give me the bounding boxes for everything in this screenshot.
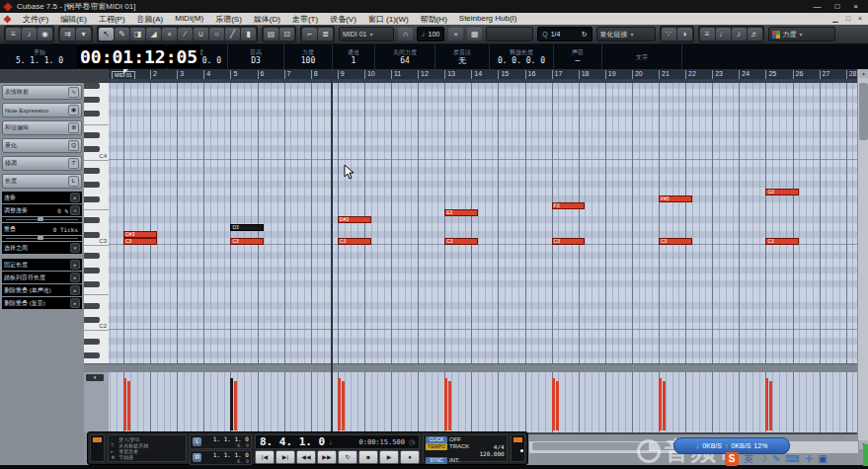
transport-status-row[interactable]: 120.000 bbox=[426, 450, 505, 457]
row-action-button[interactable]: ▸ bbox=[70, 260, 80, 270]
playhead-cursor[interactable] bbox=[331, 69, 333, 432]
stop-button[interactable]: ■ bbox=[358, 450, 378, 464]
info-field[interactable]: 关闭力度64 bbox=[375, 44, 435, 69]
position-time[interactable]: 0:00:15.500 bbox=[359, 438, 405, 446]
lang-mode-icon[interactable]: 英 bbox=[744, 451, 753, 466]
velocity-bar[interactable] bbox=[127, 381, 130, 430]
info-field[interactable]: 开始5. 1. 1. 0 bbox=[0, 44, 80, 69]
piano-key[interactable] bbox=[84, 160, 109, 167]
quantize-refresh-icon[interactable]: ↻ bbox=[582, 31, 588, 39]
midi-note-c3[interactable]: C3 bbox=[444, 238, 478, 245]
midi-input-button[interactable]: ▦ bbox=[467, 28, 482, 40]
line-tool-button[interactable]: ╱ bbox=[225, 28, 240, 40]
midi-note-c3[interactable]: C3 bbox=[765, 238, 799, 245]
part-borders-button[interactable]: ⌐ bbox=[302, 28, 317, 40]
slider-knob[interactable] bbox=[38, 217, 43, 221]
midi-note-c3[interactable]: C3 bbox=[552, 238, 586, 245]
swing-button[interactable]: ◑ bbox=[677, 28, 692, 40]
mute-tool-button[interactable]: × bbox=[162, 28, 177, 40]
right-locator[interactable]: R1. 1. 1. 00. 0 bbox=[190, 450, 252, 465]
left-locator[interactable]: L1. 1. 1. 00. 0 bbox=[190, 434, 252, 449]
inspector-row[interactable]: 调整连奏0 %+ bbox=[2, 204, 82, 216]
cycle-button[interactable]: ↻ bbox=[338, 450, 357, 464]
info-field[interactable]: 声音– bbox=[554, 44, 602, 69]
edited-part-selector[interactable]: MIDI 01▾ bbox=[339, 27, 394, 41]
transport-menu-row[interactable]: ✱节拍器 bbox=[111, 454, 184, 460]
vertical-scrollbar[interactable]: ▴ ▾ bbox=[857, 69, 868, 449]
menu-item[interactable]: 文件(F) bbox=[17, 14, 54, 25]
inspector-row[interactable]: 删除重叠 (单声道)▸ bbox=[2, 284, 82, 296]
velocity-bar[interactable] bbox=[444, 378, 447, 430]
midi-note-c3[interactable]: C3 bbox=[338, 238, 371, 245]
menu-item[interactable]: 窗口 (1)(W) bbox=[362, 14, 415, 25]
menu-item[interactable]: 帮助(H) bbox=[415, 14, 453, 25]
quantize-preset-field[interactable]: Q1/4↻ bbox=[537, 27, 592, 41]
note-eighth-button[interactable]: ♪ bbox=[732, 28, 747, 40]
piano-key[interactable] bbox=[84, 189, 109, 195]
transport-position-display[interactable]: 8. 4. 1. 0 ♩ 0:00:15.500 ◷ bbox=[255, 434, 420, 449]
show-info-button[interactable]: ◉ bbox=[38, 28, 52, 40]
score-display-button[interactable]: ▤ bbox=[264, 28, 278, 40]
mdi-minimize-button[interactable]: ▁ bbox=[832, 15, 837, 23]
goto-previous-marker-button[interactable]: |◀ bbox=[255, 450, 275, 464]
velocity-bar[interactable] bbox=[234, 381, 237, 430]
slider-knob[interactable] bbox=[38, 236, 43, 240]
menu-item[interactable]: 走带(T) bbox=[286, 14, 324, 25]
info-field[interactable]: 释放长度0. 0. 0. 0 bbox=[490, 44, 554, 69]
independent-loop-button[interactable]: ∩ bbox=[398, 28, 413, 40]
info-field[interactable]: 通道1 bbox=[333, 44, 375, 69]
row-action-button[interactable]: ▸ bbox=[70, 193, 80, 202]
midi-note-f3[interactable]: F3 bbox=[552, 202, 586, 209]
velocity-bar[interactable] bbox=[556, 381, 559, 430]
inspector-tab--[interactable]: 移调T bbox=[2, 156, 82, 171]
piano-key[interactable] bbox=[84, 181, 109, 188]
split-tool-button[interactable]: ∕ bbox=[178, 28, 193, 40]
piano-key[interactable] bbox=[84, 316, 109, 323]
play-tool-button[interactable]: ▮ bbox=[241, 28, 256, 40]
controller-lane-header[interactable]: ▾ bbox=[84, 372, 110, 432]
piano-key[interactable] bbox=[84, 345, 109, 352]
info-field[interactable]: 音高D3 bbox=[228, 44, 284, 69]
erase-tool-button[interactable]: ◨ bbox=[130, 28, 145, 40]
info-field[interactable]: 文字 bbox=[602, 44, 682, 69]
piano-key[interactable] bbox=[84, 274, 109, 280]
piano-key[interactable] bbox=[84, 145, 109, 152]
inspector-row[interactable]: 固定长度▸ bbox=[2, 259, 82, 271]
insert-velocity-field[interactable]: ♪100 bbox=[417, 27, 444, 41]
inspector-row[interactable]: 选择之间▾ bbox=[2, 242, 82, 254]
midi-note-fs3[interactable]: F#3 bbox=[659, 195, 692, 202]
midi-note-d3[interactable]: D3 bbox=[230, 224, 264, 231]
velocity-bar[interactable] bbox=[659, 378, 662, 430]
transport-status-row[interactable]: TEMPOTRACK4/4 bbox=[426, 443, 505, 450]
inspector-tab--[interactable]: 量化Q bbox=[2, 138, 82, 153]
inspector-tab-note-expression[interactable]: Note Expression◉ bbox=[2, 103, 82, 117]
row-action-button[interactable]: ▸ bbox=[70, 285, 80, 295]
piano-key[interactable] bbox=[84, 302, 109, 309]
row-action-button[interactable]: + bbox=[70, 205, 80, 215]
close-button[interactable]: × bbox=[853, 2, 858, 11]
inspector-tab--[interactable]: 表情映射∿ bbox=[2, 85, 82, 100]
menu-item[interactable]: 乐谱(S) bbox=[209, 14, 248, 25]
piano-key[interactable] bbox=[84, 331, 109, 338]
part-list-button[interactable]: ≣ bbox=[318, 28, 333, 40]
play-button[interactable]: ▶ bbox=[379, 450, 399, 464]
event-infos-button[interactable]: ⊡ bbox=[279, 28, 294, 40]
menu-item[interactable]: 媒体(D) bbox=[248, 14, 286, 25]
velocity-bar[interactable] bbox=[338, 378, 341, 430]
scroll-up-button[interactable]: ▴ bbox=[859, 69, 868, 78]
midi-note-c3[interactable]: C3 bbox=[659, 238, 692, 245]
moon-icon[interactable]: ☽ bbox=[758, 451, 767, 466]
midi-note-c3[interactable]: C3 bbox=[123, 238, 157, 245]
auto-scroll-options-caret[interactable]: ▾ bbox=[76, 28, 91, 40]
quantize-link-selector[interactable]: 量化链接▾ bbox=[596, 27, 656, 41]
piano-key[interactable] bbox=[84, 280, 109, 287]
row-action-button[interactable]: ▸ bbox=[70, 298, 80, 308]
hand-icon[interactable]: ✛ bbox=[805, 451, 813, 466]
draw-tool-button[interactable]: ✎ bbox=[115, 28, 129, 40]
midi-note-ds3[interactable]: D#3 bbox=[338, 216, 371, 223]
mdi-restore-button[interactable]: □ bbox=[846, 15, 850, 23]
piano-key[interactable] bbox=[84, 224, 109, 231]
piano-key[interactable] bbox=[84, 352, 109, 358]
vertical-scroll-thumb[interactable] bbox=[859, 83, 868, 140]
menu-item[interactable]: MIDI(M) bbox=[169, 14, 209, 25]
